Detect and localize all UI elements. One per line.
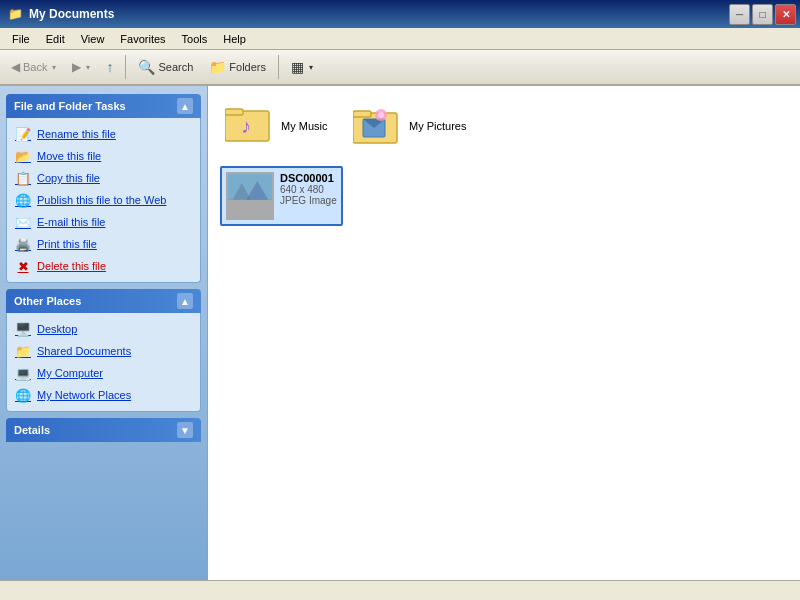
email-icon: ✉️ <box>15 214 31 230</box>
pictures-folder-icon <box>353 105 401 147</box>
menu-bar: File Edit View Favorites Tools Help <box>0 28 800 50</box>
print-label: Print this file <box>37 238 97 250</box>
views-button[interactable]: ▾ <box>284 53 320 81</box>
close-button[interactable]: ✕ <box>775 4 796 25</box>
pictures-folder-svg <box>353 105 401 145</box>
forward-dropdown-icon[interactable]: ▾ <box>86 63 90 72</box>
print-icon: 🖨️ <box>15 236 31 252</box>
menu-file[interactable]: File <box>4 31 38 47</box>
desktop-label: Desktop <box>37 323 77 335</box>
svg-rect-11 <box>228 200 272 218</box>
search-label: Search <box>158 61 193 73</box>
up-icon <box>106 59 113 75</box>
file-folder-tasks-collapse[interactable]: ▲ <box>177 98 193 114</box>
file-folder-tasks-title: File and Folder Tasks <box>14 100 126 112</box>
maximize-button[interactable]: □ <box>752 4 773 25</box>
image-dimensions: 640 x 480 <box>280 184 337 195</box>
back-icon <box>11 60 20 74</box>
search-icon <box>138 59 155 75</box>
move-file-link[interactable]: 📂 Move this file <box>11 146 196 166</box>
details-collapse[interactable]: ▼ <box>177 422 193 438</box>
rename-label: Rename this file <box>37 128 116 140</box>
other-places-title: Other Places <box>14 295 81 307</box>
menu-edit[interactable]: Edit <box>38 31 73 47</box>
toolbar: Back ▾ ▾ Search Folders ▾ <box>0 50 800 86</box>
other-places-body: 🖥️ Desktop 📁 Shared Documents 💻 My Compu… <box>6 313 201 412</box>
other-places-header[interactable]: Other Places ▲ <box>6 289 201 313</box>
svg-point-8 <box>378 112 384 118</box>
list-item[interactable]: DSC00001 640 x 480 JPEG Image <box>220 166 343 226</box>
copy-file-link[interactable]: 📋 Copy this file <box>11 168 196 188</box>
content-area: ♪ My Music My Pictures <box>208 86 800 580</box>
status-bar <box>0 580 800 600</box>
copy-icon: 📋 <box>15 170 31 186</box>
my-computer-link[interactable]: 💻 My Computer <box>11 363 196 383</box>
other-places-section: Other Places ▲ 🖥️ Desktop 📁 Shared Docum… <box>6 289 201 412</box>
svg-rect-4 <box>353 111 371 117</box>
minimize-button[interactable]: ─ <box>729 4 750 25</box>
image-row: DSC00001 640 x 480 JPEG Image <box>220 166 788 226</box>
shared-icon: 📁 <box>15 343 31 359</box>
network-places-link[interactable]: 🌐 My Network Places <box>11 385 196 405</box>
back-label: Back <box>23 61 47 73</box>
title-bar: 📁 My Documents ─ □ ✕ <box>0 0 800 28</box>
print-file-link[interactable]: 🖨️ Print this file <box>11 234 196 254</box>
desktop-icon: 🖥️ <box>15 321 31 337</box>
title-bar-buttons: ─ □ ✕ <box>729 4 796 25</box>
computer-label: My Computer <box>37 367 103 379</box>
image-type: JPEG Image <box>280 195 337 206</box>
image-thumb-svg <box>228 172 272 220</box>
folders-icon <box>209 59 226 75</box>
pictures-folder-label: My Pictures <box>409 119 466 133</box>
menu-favorites[interactable]: Favorites <box>112 31 173 47</box>
back-button[interactable]: Back ▾ <box>4 53 63 81</box>
rename-icon: 📝 <box>15 126 31 142</box>
menu-tools[interactable]: Tools <box>174 31 216 47</box>
network-icon: 🌐 <box>15 387 31 403</box>
music-folder-label: My Music <box>281 119 327 133</box>
forward-button[interactable]: ▾ <box>65 53 97 81</box>
delete-file-link[interactable]: ✖ Delete this file <box>11 256 196 276</box>
image-info: DSC00001 640 x 480 JPEG Image <box>280 172 337 206</box>
up-button[interactable] <box>99 53 120 81</box>
svg-text:♪: ♪ <box>241 115 251 137</box>
list-item[interactable]: My Pictures <box>348 98 471 154</box>
window-title: My Documents <box>29 7 114 21</box>
computer-icon: 💻 <box>15 365 31 381</box>
publish-file-link[interactable]: 🌐 Publish this file to the Web <box>11 190 196 210</box>
title-bar-left: 📁 My Documents <box>8 7 114 21</box>
delete-icon: ✖ <box>15 258 31 274</box>
move-label: Move this file <box>37 150 101 162</box>
back-dropdown-icon[interactable]: ▾ <box>52 63 56 72</box>
details-section: Details ▼ <box>6 418 201 442</box>
search-button[interactable]: Search <box>131 53 200 81</box>
publish-icon: 🌐 <box>15 192 31 208</box>
network-label: My Network Places <box>37 389 131 401</box>
menu-view[interactable]: View <box>73 31 113 47</box>
details-title: Details <box>14 424 50 436</box>
file-folder-tasks-section: File and Folder Tasks ▲ 📝 Rename this fi… <box>6 94 201 283</box>
list-item[interactable]: ♪ My Music <box>220 98 340 154</box>
copy-label: Copy this file <box>37 172 100 184</box>
file-folder-tasks-header[interactable]: File and Folder Tasks ▲ <box>6 94 201 118</box>
email-label: E-mail this file <box>37 216 105 228</box>
desktop-link[interactable]: 🖥️ Desktop <box>11 319 196 339</box>
email-file-link[interactable]: ✉️ E-mail this file <box>11 212 196 232</box>
move-icon: 📂 <box>15 148 31 164</box>
details-header[interactable]: Details ▼ <box>6 418 201 442</box>
file-folder-tasks-body: 📝 Rename this file 📂 Move this file 📋 Co… <box>6 118 201 283</box>
shared-label: Shared Documents <box>37 345 131 357</box>
publish-label: Publish this file to the Web <box>37 194 166 206</box>
folders-button[interactable]: Folders <box>202 53 273 81</box>
image-thumbnail <box>226 172 274 220</box>
other-places-collapse[interactable]: ▲ <box>177 293 193 309</box>
rename-file-link[interactable]: 📝 Rename this file <box>11 124 196 144</box>
views-dropdown-icon[interactable]: ▾ <box>309 63 313 72</box>
shared-documents-link[interactable]: 📁 Shared Documents <box>11 341 196 361</box>
forward-icon <box>72 60 81 74</box>
main-container: File and Folder Tasks ▲ 📝 Rename this fi… <box>0 86 800 580</box>
image-filename: DSC00001 <box>280 172 337 184</box>
menu-help[interactable]: Help <box>215 31 254 47</box>
folders-label: Folders <box>229 61 266 73</box>
views-icon <box>291 59 304 75</box>
